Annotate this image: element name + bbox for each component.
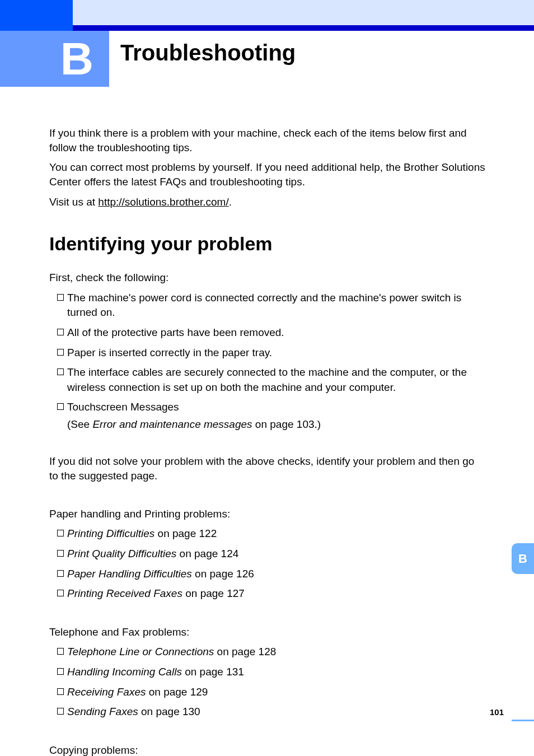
touchscreen-note: (See Error and maintenance messages on p… [67,417,486,432]
side-tab: B [512,543,534,574]
xref-suffix: on page 127 [182,587,245,599]
page-number: 101 [490,707,504,717]
intro-paragraph-2: You can correct most problems by yoursel… [49,160,486,189]
xref-suffix: on page 124 [176,548,238,559]
group-heading: Copying problems: [49,743,486,756]
visit-prefix: Visit us at [49,196,98,208]
first-check-intro: First, check the following: [49,270,486,285]
xref-title[interactable]: Print Quality Difficulties [67,548,176,559]
followup-paragraph: If you did not solve your problem with t… [49,454,486,483]
check-item-text: The machine's power cord is connected co… [67,292,461,319]
header-light-box [73,0,534,25]
list-item: Paper Handling Difficulties on page 126 [49,567,486,582]
group-heading: Telephone and Fax problems: [49,625,486,640]
note-prefix: (See [67,418,92,430]
section-heading: Identifying your problem [49,231,486,257]
xref-title[interactable]: Paper Handling Difficulties [67,568,192,580]
list-item: Telephone Line or Connections on page 12… [49,645,486,660]
intro-paragraph-3: Visit us at http://solutions.brother.com… [49,195,486,209]
check-item-text: Touchscreen Messages [67,401,179,413]
xref-suffix: on page 126 [192,568,254,580]
xref-title[interactable]: Handling Incoming Calls [67,666,182,678]
appendix-box: B [0,31,109,87]
list-item: Print Quality Difficulties on page 124 [49,547,486,562]
xref-title[interactable]: Printing Difficulties [67,528,154,539]
check-item-text: The interface cables are securely connec… [67,366,467,393]
list-item: Receiving Faxes on page 129 [49,685,486,700]
appendix-letter: B [60,32,93,85]
xref-suffix: on page 130 [138,706,200,717]
xref-suffix: on page 131 [182,666,244,678]
list-item: Sending Faxes on page 130 [49,704,486,720]
side-tab-label: B [518,552,527,566]
xref-title[interactable]: Sending Faxes [67,706,138,717]
check-item-text: Paper is inserted correctly in the paper… [67,347,272,358]
check-list: The machine's power cord is connected co… [49,291,486,432]
solutions-url-link[interactable]: http://solutions.brother.com/ [98,196,228,208]
footer-accent-bar [512,720,534,721]
list-item: The interface cables are securely connec… [49,365,486,395]
page-title: Troubleshooting [120,40,296,66]
header-band [0,25,534,31]
xref-suffix: on page 128 [214,646,276,657]
group-heading: Paper handling and Printing problems: [49,507,486,521]
xref-title[interactable]: Telephone Line or Connections [67,646,214,657]
visit-suffix: . [229,196,232,208]
check-item-text: All of the protective parts have been re… [67,326,284,338]
xref-title[interactable]: Receiving Faxes [67,686,146,698]
xref-suffix: on page 122 [154,528,217,539]
list-item: Paper is inserted correctly in the paper… [49,346,486,361]
intro-paragraph-1: If you think there is a problem with you… [49,126,486,155]
list-item: All of the protective parts have been re… [49,325,486,340]
list-item: The machine's power cord is connected co… [49,291,486,320]
xref-suffix: on page 129 [146,686,208,698]
list-item: Printing Difficulties on page 122 [49,526,486,542]
note-xref[interactable]: Error and maintenance messages [92,418,252,430]
note-suffix: on page 103.) [252,418,321,430]
group-list-paper: Printing Difficulties on page 122 Print … [49,526,486,601]
list-item: Touchscreen Messages (See Error and main… [49,400,486,432]
xref-title[interactable]: Printing Received Faxes [67,587,182,599]
content-area: If you think there is a problem with you… [49,126,486,756]
group-list-fax: Telephone Line or Connections on page 12… [49,645,486,719]
list-item: Printing Received Faxes on page 127 [49,586,486,601]
list-item: Handling Incoming Calls on page 131 [49,665,486,680]
